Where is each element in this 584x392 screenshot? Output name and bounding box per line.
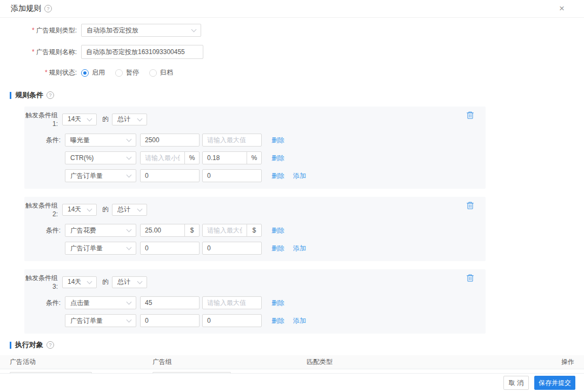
min-input-wrap [140, 314, 200, 327]
period-value: 14天 [68, 277, 81, 287]
min-value-input[interactable] [141, 224, 184, 236]
min-value-input[interactable] [140, 314, 200, 327]
submit-button[interactable]: 保存并提交 [534, 376, 575, 390]
delete-condition-link[interactable]: 删除 [271, 226, 284, 235]
metric-value: CTR(%) [70, 154, 94, 162]
min-value-input[interactable] [140, 296, 200, 309]
modal-footer: 取 消 保存并提交 [0, 373, 584, 392]
condition-group-2: 触发条件组2: 14天 的 总计 条件: 广告花费 $ [24, 197, 486, 261]
radio-status-archive[interactable]: 归档 [149, 68, 173, 77]
chevron-down-icon [127, 227, 132, 232]
rule-name-label: *广告规则名称: [0, 48, 81, 57]
period-select[interactable]: 14天 [62, 276, 97, 288]
metric-value: 曝光量 [70, 136, 90, 145]
metric-select[interactable]: CTR(%) [65, 151, 136, 164]
metric-select[interactable]: 广告订单量 [65, 314, 136, 327]
rule-name-input[interactable] [81, 45, 203, 59]
metric-select[interactable]: 广告订单量 [65, 242, 136, 255]
delete-group-button[interactable] [466, 111, 474, 119]
rule-status-label-text: 规则状态: [49, 69, 77, 76]
max-input-wrap [202, 242, 262, 255]
radio-icon [115, 69, 123, 77]
radio-label: 暂停 [126, 68, 139, 77]
delete-condition-link[interactable]: 删除 [271, 154, 284, 163]
chevron-down-icon [87, 206, 92, 211]
metric-select[interactable]: 广告订单量 [65, 169, 136, 182]
condition-group-3: 触发条件组3: 14天 的 总计 条件: 点击量 [24, 269, 486, 334]
max-value-input[interactable] [203, 152, 247, 164]
min-value-input[interactable] [140, 242, 200, 255]
aggregate-value: 总计 [117, 115, 130, 124]
modal-title: 添加规则 [11, 4, 41, 14]
min-value-input[interactable] [140, 134, 200, 147]
min-value-input[interactable] [141, 152, 184, 164]
modal-header: 添加规则 ? × [0, 0, 584, 18]
rule-type-label: *广告规则类型: [0, 26, 81, 35]
cancel-button[interactable]: 取 消 [503, 376, 529, 390]
trash-icon [466, 274, 474, 282]
help-icon[interactable]: ? [47, 341, 54, 349]
aggregate-select[interactable]: 总计 [112, 204, 147, 216]
radio-status-enable[interactable]: 启用 [81, 68, 105, 77]
conditions-title-text: 规则条件 [15, 90, 43, 100]
help-icon[interactable]: ? [47, 91, 54, 99]
metric-value: 广告订单量 [70, 244, 103, 253]
max-value-input[interactable] [202, 242, 262, 255]
condition-row: CTR(%) % % 删除 [24, 151, 486, 164]
min-input-wrap [140, 242, 200, 255]
add-condition-link[interactable]: 添加 [293, 171, 306, 181]
delete-condition-link[interactable]: 删除 [271, 298, 284, 308]
period-select[interactable]: 14天 [62, 114, 97, 125]
aggregate-select[interactable]: 总计 [112, 276, 147, 288]
metric-select[interactable]: 曝光量 [65, 134, 136, 147]
aggregate-value: 总计 [117, 277, 130, 287]
unit-addon: $ [247, 224, 261, 236]
add-condition-link[interactable]: 添加 [293, 244, 306, 253]
chevron-down-icon [127, 137, 132, 142]
condition-row: 广告订单量 删除 添加 [24, 314, 486, 327]
max-value-input[interactable] [203, 224, 247, 236]
max-input-wrap [202, 314, 262, 327]
delete-condition-link[interactable]: 删除 [271, 244, 284, 253]
chevron-down-icon [87, 278, 92, 284]
max-value-input[interactable] [202, 134, 262, 147]
delete-group-button[interactable] [466, 274, 474, 282]
of-label: 的 [102, 205, 109, 214]
add-condition-link[interactable]: 添加 [293, 316, 306, 325]
min-value-input[interactable] [140, 169, 200, 182]
chevron-down-icon [127, 155, 132, 160]
chevron-down-icon [137, 206, 143, 211]
max-value-input[interactable] [202, 314, 262, 327]
delete-condition-link[interactable]: 删除 [271, 316, 284, 325]
radio-label: 启用 [92, 68, 105, 77]
help-icon[interactable]: ? [44, 5, 52, 12]
radio-status-pause[interactable]: 暂停 [115, 68, 139, 77]
delete-condition-link[interactable]: 删除 [271, 136, 284, 145]
chevron-down-icon [127, 172, 132, 178]
delete-group-button[interactable] [466, 201, 474, 210]
max-input-group: % [202, 151, 262, 164]
condition-groups: 触发条件组1: 14天 的 总计 条件: 曝光量 [0, 107, 584, 334]
condition-row: 广告订单量 删除 添加 [24, 242, 486, 255]
period-select[interactable]: 14天 [62, 204, 97, 216]
min-input-wrap [140, 296, 200, 309]
rule-status-radio-group: 启用 暂停 归档 [81, 68, 183, 77]
required-mark: * [32, 48, 35, 56]
max-value-input[interactable] [202, 296, 262, 309]
close-icon[interactable]: × [559, 4, 565, 13]
delete-condition-link[interactable]: 删除 [271, 171, 284, 181]
targets-section-title: 执行对象 ? [10, 340, 584, 350]
metric-select[interactable]: 点击量 [65, 296, 136, 309]
rule-type-select[interactable]: 自动添加否定投放 [81, 24, 201, 37]
section-bar [10, 92, 11, 99]
trigger-group-label: 触发条件组2: [24, 201, 62, 218]
max-input-group: $ [202, 224, 262, 237]
rule-status-label: *规则状态: [0, 68, 81, 77]
condition-label: 条件: [24, 298, 65, 308]
radio-label: 归档 [160, 68, 173, 77]
rule-name-label-text: 广告规则名称: [36, 48, 77, 56]
metric-select[interactable]: 广告花费 [65, 224, 136, 237]
max-value-input[interactable] [202, 169, 262, 182]
max-input-wrap [202, 169, 262, 182]
aggregate-select[interactable]: 总计 [112, 114, 147, 125]
